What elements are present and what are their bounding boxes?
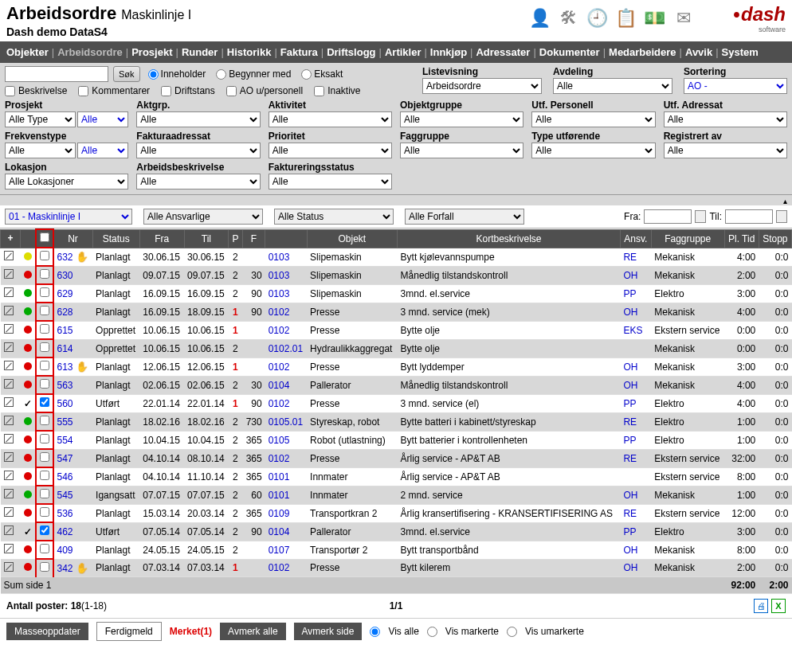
col-header[interactable]: Objekt	[307, 229, 398, 248]
avdeling-select[interactable]: Alle	[553, 78, 672, 94]
search-radio-2[interactable]	[301, 69, 312, 80]
col-header[interactable]: Status	[92, 229, 139, 248]
nav-dokumenter[interactable]: Dokumenter	[539, 46, 600, 58]
edit-icon[interactable]	[4, 471, 14, 480]
col-header[interactable]: Ansv.	[620, 229, 651, 248]
filter-select[interactable]: Alle	[531, 111, 655, 127]
objekt-link[interactable]: 0101	[269, 471, 290, 483]
edit-icon[interactable]	[4, 306, 14, 315]
col-header[interactable]	[21, 229, 36, 248]
objekt-link[interactable]: 0101	[269, 490, 290, 501]
col-header[interactable]: F	[242, 229, 265, 248]
table-row[interactable]: 615Opprettet10.06.1510.06.1510102PresseB…	[1, 321, 792, 339]
ansvarlige-select[interactable]: Alle Ansvarlige	[143, 209, 263, 225]
nav-runder[interactable]: Runder	[182, 46, 218, 58]
ansv-link[interactable]: OH	[623, 307, 637, 318]
ansv-link[interactable]: PP	[623, 435, 636, 446]
vis-radio[interactable]	[427, 627, 437, 637]
filter-select[interactable]: Alle	[77, 143, 128, 158]
ansv-link[interactable]: RE	[623, 252, 637, 263]
edit-icon[interactable]	[4, 416, 14, 425]
ansv-link[interactable]: OH	[623, 490, 637, 501]
objekt-link[interactable]: 0102	[269, 307, 290, 318]
check-kommentarer[interactable]	[78, 86, 88, 96]
vis-radio[interactable]	[507, 627, 517, 637]
select-all-checkbox[interactable]	[40, 232, 49, 242]
row-checkbox[interactable]	[40, 287, 49, 297]
nr-link[interactable]: 628	[57, 307, 73, 318]
tools-icon[interactable]: 🛠	[558, 7, 580, 29]
user-icon[interactable]: 👤	[529, 7, 551, 29]
row-checkbox[interactable]	[40, 306, 49, 315]
filter-select[interactable]: Alle	[136, 174, 260, 189]
objekt-link[interactable]: 0103	[269, 288, 290, 299]
table-row[interactable]: 546Planlagt04.10.1411.10.1423650101Innma…	[1, 467, 792, 486]
objekt-link[interactable]: 0105.01	[269, 416, 303, 428]
col-header[interactable]: Faggruppe	[651, 229, 724, 248]
table-row[interactable]: 628Planlagt16.09.1518.09.151900102Presse…	[1, 303, 792, 321]
table-row[interactable]: ✓560Utført22.01.1422.01.141900102Presse3…	[1, 394, 792, 412]
nr-link[interactable]: 632	[57, 252, 73, 263]
collapse-toggle[interactable]: ▴	[0, 195, 792, 205]
nr-link[interactable]: 613	[57, 361, 73, 373]
col-header[interactable]: Nr	[53, 229, 93, 248]
objekt-link[interactable]: 0102	[269, 453, 290, 464]
filter-select[interactable]: Alle Type	[5, 111, 76, 127]
ansv-link[interactable]: RE	[623, 416, 637, 428]
ansv-link[interactable]: RE	[623, 453, 637, 464]
row-checkbox[interactable]	[40, 452, 49, 462]
add-button[interactable]: +	[4, 232, 17, 245]
filter-select[interactable]: Alle	[269, 143, 392, 158]
table-row[interactable]: ✓462Utført07.05.1407.05.142900104Pallera…	[1, 522, 792, 541]
til-input[interactable]	[725, 209, 773, 224]
nav-adressater[interactable]: Adressater	[476, 46, 530, 58]
objekt-link[interactable]: 0102	[269, 562, 290, 573]
nr-link[interactable]: 554	[57, 435, 73, 446]
table-row[interactable]: 409Planlagt24.05.1524.05.1520107Transpor…	[1, 541, 792, 559]
ansv-link[interactable]: OH	[623, 545, 637, 556]
check-ao u/personell[interactable]	[226, 86, 237, 96]
objekt-link[interactable]: 0103	[269, 270, 290, 281]
edit-icon[interactable]	[4, 397, 14, 407]
edit-icon[interactable]	[4, 269, 14, 279]
col-header[interactable]: Til	[184, 229, 229, 248]
col-header[interactable]: Fra	[139, 229, 184, 248]
nav-objekter[interactable]: Objekter	[6, 46, 49, 58]
search-button[interactable]: Søk	[113, 66, 140, 82]
nr-link[interactable]: 630	[57, 270, 73, 281]
nav-faktura[interactable]: Faktura	[280, 46, 318, 58]
filter-select[interactable]: Alle	[269, 174, 392, 189]
row-checkbox[interactable]	[40, 379, 49, 389]
mail-icon[interactable]: ✉	[672, 7, 695, 29]
nr-link[interactable]: 615	[57, 325, 73, 336]
edit-icon[interactable]	[4, 379, 14, 389]
nav-artikler[interactable]: Artikler	[385, 46, 421, 58]
maskinlinje-select[interactable]: 01 - Maskinlinje I	[5, 209, 132, 225]
edit-icon[interactable]	[4, 525, 14, 535]
nr-link[interactable]: 546	[57, 471, 73, 483]
nr-link[interactable]: 545	[57, 490, 73, 501]
forfall-select[interactable]: Alle Forfall	[405, 209, 524, 225]
row-checkbox[interactable]	[40, 397, 49, 407]
edit-icon[interactable]	[4, 452, 14, 462]
objekt-link[interactable]: 0103	[269, 252, 290, 263]
nav-medarbeidere[interactable]: Medarbeidere	[609, 46, 676, 58]
nav-avvik[interactable]: Avvik	[685, 46, 712, 58]
edit-icon[interactable]	[4, 342, 14, 352]
nav-system[interactable]: System	[722, 46, 759, 58]
objekt-link[interactable]: 0107	[269, 545, 290, 556]
nr-link[interactable]: 342	[57, 563, 73, 574]
merket-link[interactable]: Merket(1)	[170, 626, 212, 637]
row-checkbox[interactable]	[40, 525, 49, 535]
nr-link[interactable]: 462	[57, 526, 73, 537]
search-input[interactable]	[5, 66, 108, 82]
table-row[interactable]: 342 ✋Planlagt07.03.1407.03.1410102Presse…	[1, 559, 792, 577]
filter-select[interactable]: Alle	[664, 111, 787, 127]
ansv-link[interactable]: EKS	[623, 325, 642, 336]
row-checkbox[interactable]	[40, 434, 49, 443]
row-checkbox[interactable]	[40, 416, 49, 425]
nav-driftslogg[interactable]: Driftslogg	[327, 46, 375, 58]
ansv-link[interactable]: PP	[623, 398, 636, 409]
col-header[interactable]	[36, 229, 53, 248]
table-row[interactable]: 563Planlagt02.06.1502.06.152300104Paller…	[1, 376, 792, 394]
